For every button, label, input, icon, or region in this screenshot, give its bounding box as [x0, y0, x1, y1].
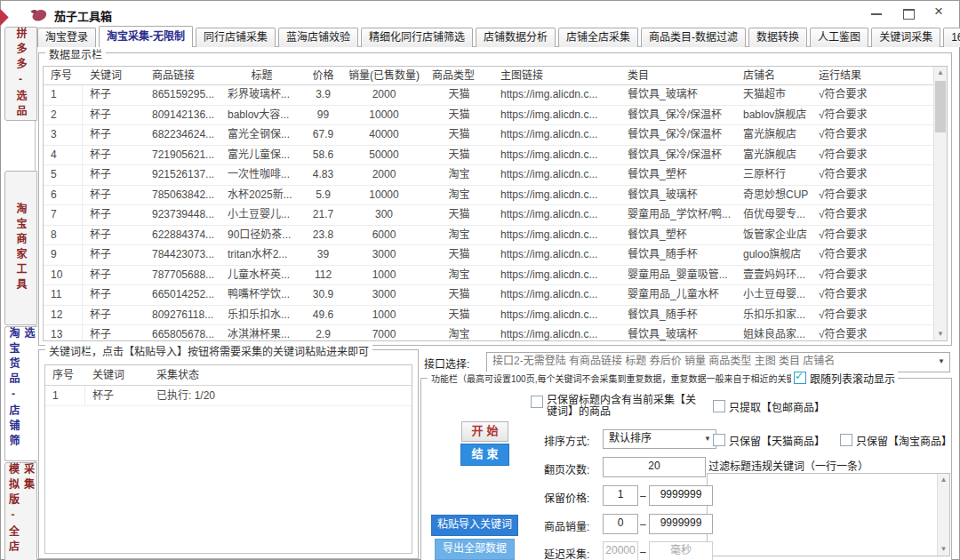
top-tab[interactable]: 商品类目-数据过滤: [641, 28, 746, 47]
cell-item-link: 665014252...: [145, 285, 220, 305]
column-header[interactable]: 关键词: [83, 67, 145, 84]
table-row[interactable]: 7 杯子 923739448... 小土豆婴儿... 21.7 300 天猫 h…: [44, 205, 934, 226]
delay-unit-input[interactable]: 毫秒: [649, 541, 713, 560]
stop-button[interactable]: 结束: [460, 444, 509, 466]
data-panel-title: 数据显示栏: [45, 46, 106, 61]
top-tab[interactable]: 店铺全店采集: [558, 28, 638, 47]
table-row[interactable]: 11 杯子 665014252... 鸭嘴杯学饮... 30.9 3000 天猫…: [44, 285, 934, 306]
minimize-button[interactable]: [870, 7, 883, 20]
price-max-input[interactable]: 9999999: [649, 485, 713, 506]
column-header[interactable]: 销量(已售数量): [343, 67, 425, 84]
table-row[interactable]: 2 杯子 809142136... bablov大容... 99 10000 天…: [44, 106, 934, 126]
top-tab[interactable]: 精细化同行店铺筛选: [361, 28, 473, 47]
cell-seq: 13: [44, 325, 83, 341]
column-header[interactable]: 主图链接: [493, 67, 620, 84]
column-header[interactable]: 商品类型: [425, 67, 493, 84]
start-button[interactable]: 开始: [461, 421, 508, 442]
scroll-up-icon[interactable]: ▲: [934, 67, 947, 79]
table-row[interactable]: 5 杯子 921526137... 一次性咖啡... 4.83 2000 淘宝 …: [44, 165, 934, 186]
paste-import-keywords-button[interactable]: 粘贴导入关键词: [431, 515, 518, 536]
cell-category: 餐饮具_塑杯: [620, 226, 736, 245]
scroll-up-icon[interactable]: ▲: [938, 474, 949, 486]
keyword-panel: 关键词栏，点击【粘贴导入】按钮将需要采集的关键词粘贴进来即可 序号关键词采集状态…: [38, 349, 419, 559]
column-header[interactable]: 商品链接: [145, 67, 220, 84]
pages-input[interactable]: 20: [603, 457, 706, 477]
minimize-icon: [871, 13, 882, 15]
keep-tmall-checkbox[interactable]: [713, 434, 725, 446]
column-header[interactable]: 序号: [44, 67, 83, 84]
top-tab[interactable]: 1688数据反洗: [943, 28, 960, 47]
column-header[interactable]: 店铺名: [736, 67, 812, 84]
table-row[interactable]: 9 杯子 784423073... tritan水杯2... 39 3000 天…: [44, 245, 934, 266]
cell-title: tritan水杯2...: [220, 245, 303, 265]
cell-keyword: 杯子: [83, 245, 145, 265]
column-header[interactable]: 运行结果: [812, 67, 934, 84]
cell-keyword: 杯子: [83, 165, 145, 185]
sidebar-tab[interactable]: 模拟版-全店采集: [4, 462, 37, 560]
data-table-scrollbar[interactable]: ▲ ▼: [933, 67, 947, 340]
table-row[interactable]: 13 杯子 665805678... 冰淇淋杯果... 2.9 7000 淘宝 …: [44, 325, 934, 341]
sort-select[interactable]: 默认排序 ▼: [603, 429, 716, 449]
sidebar-tab[interactable]: 淘宝货品-店铺筛选: [4, 326, 38, 461]
top-tab[interactable]: 淘宝采集-无限制: [99, 26, 193, 47]
scrollbar-thumb[interactable]: [935, 81, 946, 132]
top-tab[interactable]: 数据转换: [748, 28, 807, 47]
column-header[interactable]: 序号: [45, 365, 85, 385]
sales-max-input[interactable]: 9999999: [649, 514, 713, 534]
column-header[interactable]: 标题: [220, 67, 303, 84]
cell-sales: 1000: [343, 266, 425, 285]
table-row[interactable]: 8 杯子 622884374... 90口径奶茶... 23.8 6000 淘宝…: [44, 226, 934, 246]
top-tab[interactable]: 店铺数据分析: [476, 28, 556, 47]
table-row[interactable]: 1 杯子 865159295... 彩界玻璃杯... 3.9 2000 天猫 h…: [44, 85, 934, 106]
top-tab[interactable]: 关键词采集: [871, 28, 940, 47]
top-tab[interactable]: 淘宝登录: [37, 28, 96, 47]
export-all-data-button[interactable]: 导出全部数据: [435, 539, 515, 560]
top-tab[interactable]: 人工鉴图: [810, 28, 868, 47]
sidebar-tab[interactable]: 拼多多-选品: [4, 27, 37, 121]
delay-input[interactable]: 20000: [603, 541, 638, 560]
table-row[interactable]: 10 杯子 787705688... 儿童水杯英... 112 1000 淘宝 …: [44, 266, 934, 286]
keep-title-label: 只保留标题内含有当前采集【关键词】的商品: [547, 395, 705, 418]
cell-shop: 饭管家企业店: [736, 226, 812, 245]
free-shipping-checkbox-row[interactable]: 只提取【包邮商品】: [713, 399, 825, 414]
follow-scroll-checkbox[interactable]: ✓: [794, 372, 806, 384]
sales-min-input[interactable]: 0: [603, 514, 638, 534]
follow-scroll-checkbox-row[interactable]: ✓ 跟随列表滚动显示: [791, 371, 898, 386]
cell-title: 儿童水杯英...: [220, 266, 303, 285]
cell-seq: 10: [44, 266, 83, 285]
price-label: 保留价格:: [544, 490, 589, 505]
interface-select[interactable]: 接口2-无需登陆 有商品链接 标题 券后价 销量 商品类型 主图 类目 店铺名 …: [486, 352, 950, 372]
sidebar-tab[interactable]: 淘宝商家工具: [4, 171, 37, 325]
filter-keywords-label: 过滤标题违规关键词（一行一条）: [708, 458, 868, 473]
maximize-button[interactable]: [902, 7, 915, 20]
scroll-down-icon[interactable]: ▼: [938, 543, 949, 556]
column-header[interactable]: 采集状态: [149, 365, 412, 385]
filter-keywords-textarea[interactable]: ▲ ▼: [707, 473, 950, 556]
cell-seq: 6: [44, 186, 83, 205]
close-button[interactable]: ×: [934, 7, 947, 20]
top-tab[interactable]: 蓝海店铺效验: [278, 28, 358, 47]
scroll-down-icon[interactable]: ▼: [934, 328, 947, 340]
column-header[interactable]: 价格: [303, 67, 343, 84]
column-header[interactable]: 类目: [620, 67, 736, 84]
cell-image-link: https://img.alicdn.c...: [493, 186, 620, 205]
keyword-row[interactable]: 1 杯子 已执行: 1/20: [45, 386, 412, 406]
keep-taobao-checkbox[interactable]: [840, 434, 852, 446]
top-tab[interactable]: 同行店铺采集: [196, 28, 276, 47]
cell-sales: 300: [343, 205, 425, 225]
textarea-scrollbar[interactable]: ▲ ▼: [937, 474, 949, 556]
price-min-input[interactable]: 1: [603, 485, 638, 506]
cell-category: 餐饮具_玻璃杯: [620, 325, 736, 341]
keep-title-checkbox[interactable]: [531, 396, 543, 408]
keep-tmall-checkbox-row[interactable]: 只保留【天猫商品】: [713, 433, 825, 448]
column-header[interactable]: 关键词: [85, 365, 149, 385]
table-row[interactable]: 6 杯子 785063842... 水杯2025新... 5.9 10000 淘…: [44, 186, 934, 206]
table-row[interactable]: 4 杯子 721905621... 富光儿童保... 58.6 50000 天猫…: [44, 146, 934, 166]
cell-price: 23.8: [303, 226, 343, 245]
table-row[interactable]: 3 杯子 682234624... 富光全钢保... 67.9 40000 天猫…: [44, 125, 934, 146]
keep-taobao-checkbox-row[interactable]: 只保留【淘宝商品】: [840, 433, 951, 448]
keep-title-checkbox-row[interactable]: 只保留标题内含有当前采集【关键词】的商品: [531, 395, 705, 418]
cell-image-link: https://img.alicdn.c...: [493, 85, 620, 105]
table-row[interactable]: 12 杯子 809276118... 乐扣乐扣水... 49.6 1000 天猫…: [44, 306, 934, 326]
free-shipping-checkbox[interactable]: [713, 400, 725, 412]
